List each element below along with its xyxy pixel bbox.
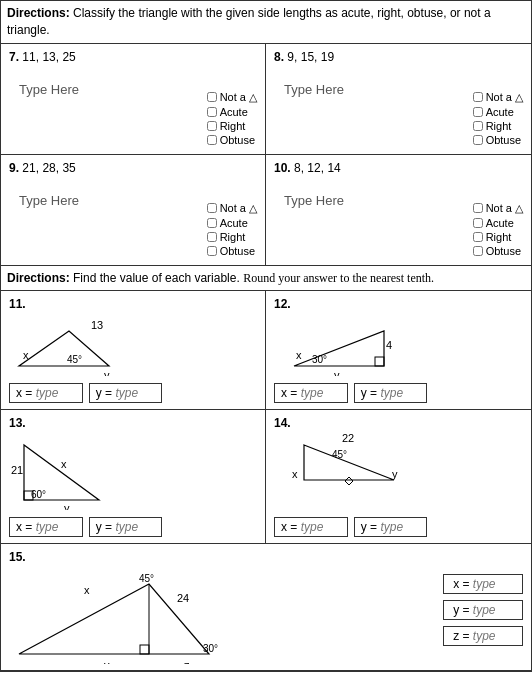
prob8-checkboxes: Not a △ Acute Right Obtuse bbox=[473, 91, 523, 146]
directions-1: Directions: Classify the triangle with t… bbox=[1, 1, 531, 44]
prob9-number: 9. bbox=[9, 161, 19, 175]
prob15-z-box[interactable]: z = bbox=[443, 626, 523, 646]
svg-text:22: 22 bbox=[342, 432, 354, 444]
prob15-y-box[interactable]: y = bbox=[443, 600, 523, 620]
prob10-cb-not-triangle[interactable] bbox=[473, 203, 483, 213]
prob7-obtuse[interactable]: Obtuse bbox=[207, 134, 257, 146]
prob15-z-input[interactable] bbox=[473, 629, 513, 643]
prob9-not-triangle[interactable]: Not a △ bbox=[207, 202, 257, 215]
prob14-x-box[interactable]: x = bbox=[274, 517, 348, 537]
directions-2-handwritten: Round your answer to the nearest tenth. bbox=[243, 271, 434, 285]
prob12-y-box[interactable]: y = bbox=[354, 383, 428, 403]
directions-1-text: Classify the triangle with the given sid… bbox=[7, 6, 491, 37]
prob9-cb-acute[interactable] bbox=[207, 218, 217, 228]
prob13-y-box[interactable]: y = bbox=[89, 517, 163, 537]
problem-15: 15. x 45° 24 y z 30° x = bbox=[1, 544, 531, 671]
prob13-x-box[interactable]: x = bbox=[9, 517, 83, 537]
worksheet: Directions: Classify the triangle with t… bbox=[0, 0, 532, 672]
prob8-cb-acute[interactable] bbox=[473, 107, 483, 117]
prob10-cb-right[interactable] bbox=[473, 232, 483, 242]
prob7-acute[interactable]: Acute bbox=[207, 106, 257, 118]
prob13-y-input[interactable] bbox=[115, 520, 155, 534]
prob13-number: 13. bbox=[9, 416, 257, 430]
prob15-x-box[interactable]: x = bbox=[443, 574, 523, 594]
prob11-y-input[interactable] bbox=[115, 386, 155, 400]
prob8-right[interactable]: Right bbox=[473, 120, 523, 132]
prob10-not-triangle[interactable]: Not a △ bbox=[473, 202, 523, 215]
prob14-y-box[interactable]: y = bbox=[354, 517, 428, 537]
prob11-y-box[interactable]: y = bbox=[89, 383, 163, 403]
directions-2-label: Directions: bbox=[7, 271, 70, 285]
prob15-diagram: x 45° 24 y z 30° bbox=[9, 564, 289, 664]
prob9-cb-not-triangle[interactable] bbox=[207, 203, 217, 213]
prob7-cb-not-triangle[interactable] bbox=[207, 92, 217, 102]
prob13-answers: x = y = bbox=[9, 517, 257, 537]
prob7-checkboxes: Not a △ Acute Right Obtuse bbox=[207, 91, 257, 146]
svg-text:30°: 30° bbox=[312, 354, 327, 365]
prob12-x-input[interactable] bbox=[301, 386, 341, 400]
svg-text:y: y bbox=[104, 369, 110, 376]
prob11-x-box[interactable]: x = bbox=[9, 383, 83, 403]
prob13-x-input[interactable] bbox=[36, 520, 76, 534]
problem-13: 13. 21 x 60° y x = y = bbox=[1, 410, 266, 543]
svg-text:y: y bbox=[392, 468, 398, 480]
prob9-cb-right[interactable] bbox=[207, 232, 217, 242]
directions-2: Directions: Find the value of each varia… bbox=[1, 266, 531, 292]
prob15-number: 15. bbox=[9, 550, 523, 564]
svg-text:13: 13 bbox=[91, 319, 103, 331]
prob10-cb-obtuse[interactable] bbox=[473, 246, 483, 256]
prob11-diagram: x 13 45° y bbox=[9, 311, 149, 376]
prob10-right[interactable]: Right bbox=[473, 231, 523, 243]
prob8-cb-not-triangle[interactable] bbox=[473, 92, 483, 102]
prob15-x-input[interactable] bbox=[473, 577, 513, 591]
problem-12: 12. x 4 30° y x = y = bbox=[266, 291, 531, 409]
prob8-not-triangle[interactable]: Not a △ bbox=[473, 91, 523, 104]
prob11-answers: x = y = bbox=[9, 383, 257, 403]
svg-text:x: x bbox=[84, 584, 90, 596]
prob7-cb-right[interactable] bbox=[207, 121, 217, 131]
prob7-cb-acute[interactable] bbox=[207, 107, 217, 117]
svg-text:4: 4 bbox=[386, 339, 392, 351]
svg-text:x: x bbox=[61, 458, 67, 470]
prob8-obtuse[interactable]: Obtuse bbox=[473, 134, 523, 146]
prob15-y-input[interactable] bbox=[473, 603, 513, 617]
problem-8: 8. 9, 15, 19 Type Here Not a △ Acute Rig… bbox=[266, 44, 531, 154]
prob12-diagram: x 4 30° y bbox=[274, 311, 414, 376]
problems-7-8: 7. 11, 13, 25 Type Here Not a △ Acute Ri… bbox=[1, 44, 531, 155]
prob9-obtuse[interactable]: Obtuse bbox=[207, 245, 257, 257]
prob8-cb-right[interactable] bbox=[473, 121, 483, 131]
svg-text:45°: 45° bbox=[67, 354, 82, 365]
prob7-right[interactable]: Right bbox=[207, 120, 257, 132]
prob8-acute[interactable]: Acute bbox=[473, 106, 523, 118]
svg-text:45°: 45° bbox=[332, 449, 347, 460]
prob10-number: 10. bbox=[274, 161, 291, 175]
prob10-obtuse[interactable]: Obtuse bbox=[473, 245, 523, 257]
prob10-sides: 8, 12, 14 bbox=[294, 161, 341, 175]
prob9-right[interactable]: Right bbox=[207, 231, 257, 243]
prob13-diagram: 21 x 60° y bbox=[9, 430, 149, 510]
svg-text:x: x bbox=[23, 349, 29, 361]
prob9-cb-obtuse[interactable] bbox=[207, 246, 217, 256]
prob12-x-box[interactable]: x = bbox=[274, 383, 348, 403]
svg-rect-6 bbox=[375, 357, 384, 366]
prob10-cb-acute[interactable] bbox=[473, 218, 483, 228]
prob14-answers: x = y = bbox=[274, 517, 523, 537]
problem-10: 10. 8, 12, 14 Type Here Not a △ Acute Ri… bbox=[266, 155, 531, 265]
prob14-y-input[interactable] bbox=[380, 520, 420, 534]
prob7-sides: 11, 13, 25 bbox=[22, 50, 75, 64]
prob14-x-input[interactable] bbox=[301, 520, 341, 534]
problem-11: 11. x 13 45° y x = y = bbox=[1, 291, 266, 409]
prob11-x-input[interactable] bbox=[36, 386, 76, 400]
prob8-sides: 9, 15, 19 bbox=[287, 50, 334, 64]
prob7-cb-obtuse[interactable] bbox=[207, 135, 217, 145]
svg-text:x: x bbox=[292, 468, 298, 480]
prob12-answers: x = y = bbox=[274, 383, 523, 403]
prob9-acute[interactable]: Acute bbox=[207, 217, 257, 229]
prob14-number: 14. bbox=[274, 416, 523, 430]
prob7-not-triangle[interactable]: Not a △ bbox=[207, 91, 257, 104]
problem-7: 7. 11, 13, 25 Type Here Not a △ Acute Ri… bbox=[1, 44, 266, 154]
prob8-cb-obtuse[interactable] bbox=[473, 135, 483, 145]
svg-text:z: z bbox=[184, 659, 190, 664]
prob10-acute[interactable]: Acute bbox=[473, 217, 523, 229]
prob12-y-input[interactable] bbox=[380, 386, 420, 400]
